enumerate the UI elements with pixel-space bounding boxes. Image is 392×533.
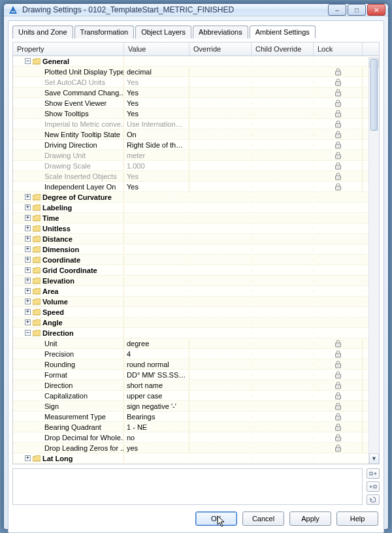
lock-icon[interactable] xyxy=(314,349,363,359)
property-row[interactable]: Show TooltipsYes xyxy=(13,108,379,119)
group-labeling[interactable]: +Labeling xyxy=(13,202,379,213)
expand-toggle[interactable]: + xyxy=(25,278,31,283)
property-row[interactable]: Set AutoCAD UnitsYes xyxy=(13,77,379,88)
property-row[interactable]: Independent Layer OnYes xyxy=(13,182,379,192)
expand-toggle[interactable]: + xyxy=(25,267,31,273)
property-row[interactable]: Show Event ViewerYes xyxy=(13,98,379,108)
group-grid coordinate[interactable]: +Grid Coordinate xyxy=(13,265,379,276)
property-row[interactable]: Capitalizationupper case xyxy=(13,391,379,401)
lock-icon[interactable] xyxy=(314,120,363,129)
group-general[interactable]: −General xyxy=(13,56,379,67)
expand-toggle[interactable]: + xyxy=(25,299,31,304)
expand-toggle[interactable]: + xyxy=(25,246,31,252)
lock-icon[interactable] xyxy=(314,402,363,411)
lock-icon[interactable] xyxy=(314,130,363,139)
property-value[interactable]: Yes xyxy=(124,109,189,118)
lock-icon[interactable] xyxy=(314,99,363,108)
lock-icon[interactable] xyxy=(314,360,363,369)
reset-button[interactable] xyxy=(367,494,380,505)
help-button[interactable]: Help xyxy=(336,511,378,526)
expand-toggle[interactable]: + xyxy=(25,236,31,242)
expand-toggle[interactable]: − xyxy=(25,58,31,64)
property-value[interactable]: decimal xyxy=(124,67,189,76)
group-distance[interactable]: +Distance xyxy=(13,234,379,244)
lock-icon[interactable] xyxy=(314,172,363,181)
group-direction[interactable]: −Direction xyxy=(13,328,379,338)
property-row[interactable]: FormatDD° MM' SS.SS"... xyxy=(13,370,379,380)
property-value[interactable]: 4 xyxy=(124,349,189,359)
col-child-override[interactable]: Child Override xyxy=(252,42,314,56)
lock-icon[interactable] xyxy=(314,151,363,160)
property-value[interactable]: round normal xyxy=(124,360,189,369)
lock-icon[interactable] xyxy=(314,339,363,348)
property-value[interactable]: meter xyxy=(124,151,189,160)
tab-abbreviations[interactable]: Abbreviations xyxy=(193,25,248,39)
grid-body[interactable]: −GeneralPlotted Unit Display Typedecimal… xyxy=(13,56,379,464)
lock-icon[interactable] xyxy=(314,412,363,421)
group-speed[interactable]: +Speed xyxy=(13,307,379,317)
group-angle[interactable]: +Angle xyxy=(13,317,379,328)
property-row[interactable]: Signsign negative '-' xyxy=(13,401,379,412)
property-value[interactable]: DD° MM' SS.SS"... xyxy=(124,370,189,380)
property-value[interactable]: sign negative '-' xyxy=(124,402,189,411)
property-value[interactable]: Yes xyxy=(124,172,189,181)
property-row[interactable]: Roundinground normal xyxy=(13,359,379,370)
property-value[interactable]: short name xyxy=(124,381,189,390)
property-row[interactable]: Drop Leading Zeros for ...yes xyxy=(13,443,379,453)
tab-object-layers[interactable]: Object Layers xyxy=(135,25,191,39)
property-row[interactable]: Save Command Chang...Yes xyxy=(13,88,379,98)
property-value[interactable]: Right Side of the ... xyxy=(124,140,189,150)
property-row[interactable]: Imperial to Metric conve...Use Internati… xyxy=(13,119,379,129)
property-row[interactable]: Bearing Quadrant1 - NE xyxy=(13,422,379,432)
property-row[interactable]: Drop Decimal for Whole...no xyxy=(13,432,379,443)
lock-icon[interactable] xyxy=(314,109,363,118)
group-time[interactable]: +Time xyxy=(13,213,379,223)
property-row[interactable]: Drawing Unitmeter xyxy=(13,150,379,161)
scrollbar[interactable]: ▲ ▼ xyxy=(368,57,379,464)
property-value[interactable]: Yes xyxy=(124,99,189,108)
lock-icon[interactable] xyxy=(314,370,363,380)
property-value[interactable]: 1.000 xyxy=(124,161,189,170)
property-value[interactable]: Bearings xyxy=(124,412,189,421)
expand-toggle[interactable]: + xyxy=(25,309,31,315)
lock-icon[interactable] xyxy=(314,433,363,442)
select-child-button[interactable] xyxy=(367,481,380,492)
tab-ambient-settings[interactable]: Ambient Settings xyxy=(250,25,316,39)
close-button[interactable]: ✕ xyxy=(367,4,385,16)
lock-icon[interactable] xyxy=(314,67,363,76)
expand-toggle[interactable]: + xyxy=(25,204,31,210)
property-row[interactable]: Driving DirectionRight Side of the ... xyxy=(13,140,379,150)
cancel-button[interactable]: Cancel xyxy=(242,511,284,526)
lock-icon[interactable] xyxy=(314,182,363,191)
titlebar[interactable]: Drawing Settings - 0102_TemplateStart_ME… xyxy=(4,4,388,16)
property-value[interactable]: On xyxy=(124,130,189,139)
property-row[interactable]: Precision4 xyxy=(13,349,379,359)
group-elevation[interactable]: +Elevation xyxy=(13,276,379,286)
lock-icon[interactable] xyxy=(314,161,363,170)
group-lat-long[interactable]: +Lat Long xyxy=(13,453,379,464)
apply-button[interactable]: Apply xyxy=(289,511,331,526)
lock-icon[interactable] xyxy=(314,444,363,453)
expand-toggle[interactable]: + xyxy=(25,257,31,263)
scroll-down[interactable]: ▼ xyxy=(369,453,379,464)
select-parent-button[interactable] xyxy=(367,468,380,479)
property-value[interactable]: Yes xyxy=(124,182,189,191)
tab-transformation[interactable]: Transformation xyxy=(74,25,135,39)
expand-toggle[interactable]: + xyxy=(25,225,31,231)
group-area[interactable]: +Area xyxy=(13,286,379,297)
group-dimension[interactable]: +Dimension xyxy=(13,244,379,255)
ok-button[interactable]: OK xyxy=(195,511,237,526)
property-value[interactable]: Yes xyxy=(124,88,189,97)
property-value[interactable]: degree xyxy=(124,339,189,348)
col-value[interactable]: Value xyxy=(124,42,189,56)
expand-toggle[interactable]: + xyxy=(25,319,31,325)
property-value[interactable]: Yes xyxy=(124,78,189,87)
lock-icon[interactable] xyxy=(314,381,363,390)
property-row[interactable]: Measurement TypeBearings xyxy=(13,412,379,422)
lock-icon[interactable] xyxy=(314,423,363,432)
expand-toggle[interactable]: + xyxy=(25,194,31,200)
property-row[interactable]: Drawing Scale1.000 xyxy=(13,161,379,171)
expand-toggle[interactable]: + xyxy=(25,215,31,221)
property-row[interactable]: Directionshort name xyxy=(13,380,379,391)
minimize-button[interactable]: – xyxy=(328,4,346,16)
